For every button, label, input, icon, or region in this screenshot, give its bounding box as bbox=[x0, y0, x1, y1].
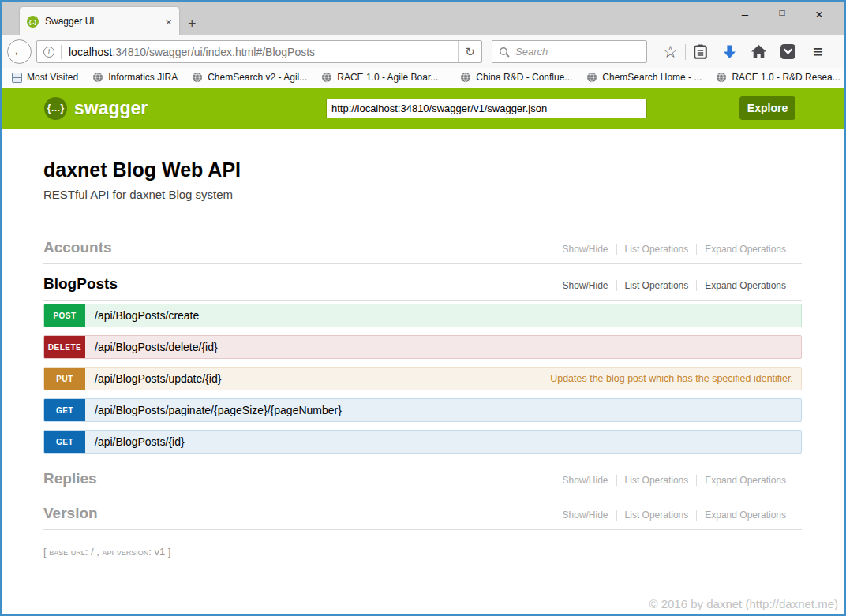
globe-icon bbox=[716, 72, 727, 83]
url-path: :34810/swagger/ui/index.html#/BlogPosts bbox=[112, 46, 315, 58]
home-icon[interactable] bbox=[744, 45, 773, 58]
method-badge: GET bbox=[44, 399, 85, 421]
browser-tab[interactable]: {..} Swagger UI × bbox=[20, 7, 179, 35]
section-name[interactable]: BlogPosts bbox=[43, 275, 118, 293]
section-links: Show/HideList OperationsExpand Operation… bbox=[555, 475, 794, 486]
bookmark-star-icon[interactable]: ☆ bbox=[656, 43, 685, 62]
bookmark-label: ChemSearch v2 - Agil... bbox=[208, 72, 307, 83]
endpoint-row[interactable]: DELETE /api/BlogPosts/delete/{id} bbox=[43, 335, 802, 359]
menu-icon[interactable]: ≡ bbox=[803, 42, 833, 62]
search-icon bbox=[499, 47, 510, 58]
url-bar[interactable]: i localhost:34810/swagger/ui/index.html#… bbox=[36, 40, 482, 63]
api-subtitle: RESTful API for daxnet Blog system bbox=[43, 188, 802, 201]
globe-icon bbox=[92, 72, 103, 83]
list-operations-link[interactable]: List Operations bbox=[616, 244, 697, 255]
section-name[interactable]: Replies bbox=[43, 470, 97, 487]
show-hide-link[interactable]: Show/Hide bbox=[555, 475, 616, 486]
show-hide-link[interactable]: Show/Hide bbox=[555, 244, 616, 255]
tab-close-icon[interactable]: × bbox=[165, 15, 172, 28]
bookmark-label: China R&D - Conflue... bbox=[476, 72, 572, 83]
bookmark-label: Most Visited bbox=[27, 72, 78, 83]
list-operations-link[interactable]: List Operations bbox=[616, 475, 697, 486]
close-button[interactable]: × bbox=[807, 7, 832, 23]
most-visited-icon bbox=[12, 73, 22, 83]
endpoint-path[interactable]: /api/BlogPosts/update/{id} bbox=[95, 372, 221, 385]
endpoint-row[interactable]: PUT /api/BlogPosts/update/{id} Updates t… bbox=[43, 367, 802, 390]
section-links: Show/HideList OperationsExpand Operation… bbox=[555, 280, 794, 291]
tab-title: Swagger UI bbox=[45, 16, 95, 27]
swagger-content: daxnet Blog Web API RESTful API for daxn… bbox=[2, 129, 844, 614]
section-links: Show/HideList OperationsExpand Operation… bbox=[555, 510, 794, 521]
bookmark-label: RACE 1.0 - Agile Boar... bbox=[337, 72, 438, 83]
search-box[interactable] bbox=[492, 40, 647, 63]
url-text[interactable]: localhost:34810/swagger/ui/index.html#/B… bbox=[69, 46, 315, 58]
back-button[interactable]: ← bbox=[7, 39, 32, 64]
endpoint-description: Updates the blog post which has the spec… bbox=[550, 373, 793, 384]
section-replies: Replies Show/HideList OperationsExpand O… bbox=[43, 470, 802, 495]
section-blogposts: BlogPosts Show/HideList OperationsExpand… bbox=[43, 275, 802, 301]
show-hide-link[interactable]: Show/Hide bbox=[555, 510, 616, 521]
bookmarks-clipboard-icon[interactable] bbox=[686, 44, 715, 59]
titlebar: {..} Swagger UI × + – □ × bbox=[2, 2, 844, 35]
minimize-button[interactable]: – bbox=[732, 7, 758, 23]
swagger-header: {…} swagger Explore bbox=[2, 88, 844, 129]
swagger-logo-icon: {…} bbox=[44, 97, 67, 120]
bookmark-item[interactable]: ChemSearch Home - ... bbox=[582, 72, 706, 83]
bookmark-label: RACE 1.0 - R&D Resea... bbox=[732, 72, 840, 83]
method-badge: DELETE bbox=[44, 336, 85, 358]
bookmark-item[interactable]: RACE 1.0 - Agile Boar... bbox=[316, 72, 443, 83]
method-badge: GET bbox=[44, 431, 85, 453]
endpoint-row[interactable]: GET /api/BlogPosts/{id} bbox=[43, 430, 802, 454]
globe-icon bbox=[460, 72, 471, 83]
globe-icon bbox=[192, 72, 203, 83]
section-name[interactable]: Accounts bbox=[43, 239, 112, 256]
maximize-button[interactable]: □ bbox=[769, 7, 795, 23]
new-tab-button[interactable]: + bbox=[188, 17, 197, 31]
expand-operations-link[interactable]: Expand Operations bbox=[696, 244, 794, 255]
show-hide-link[interactable]: Show/Hide bbox=[555, 280, 616, 291]
toolbar-icons: ☆ ≡ bbox=[656, 42, 833, 62]
navigation-toolbar: ← i localhost:34810/swagger/ui/index.htm… bbox=[2, 35, 844, 68]
bookmark-most-visited[interactable]: Most Visited bbox=[7, 72, 83, 83]
globe-icon bbox=[321, 72, 332, 83]
bookmark-item[interactable]: China R&D - Conflue... bbox=[455, 72, 577, 83]
list-operations-link[interactable]: List Operations bbox=[616, 510, 697, 521]
bookmark-item[interactable]: Informatics JIRA bbox=[88, 72, 182, 83]
expand-operations-link[interactable]: Expand Operations bbox=[696, 280, 794, 291]
bookmarks-bar: Most Visited Informatics JIRA ChemSearch… bbox=[2, 68, 844, 87]
copyright-text: © 2016 by daxnet (http://daxnet.me) bbox=[649, 597, 838, 610]
endpoint-path[interactable]: /api/BlogPosts/paginate/{pageSize}/{page… bbox=[95, 404, 342, 416]
api-title: daxnet Blog Web API bbox=[43, 159, 802, 181]
downloads-icon[interactable] bbox=[715, 45, 744, 59]
section-accounts: Accounts Show/HideList OperationsExpand … bbox=[43, 239, 802, 264]
expand-operations-link[interactable]: Expand Operations bbox=[696, 510, 794, 521]
base-url-line: [ base url: / , api version: v1 ] bbox=[43, 546, 802, 558]
swagger-url-input[interactable] bbox=[326, 99, 647, 118]
reload-icon[interactable]: ↻ bbox=[458, 41, 481, 62]
bookmark-item[interactable]: RACE 1.0 - R&D Resea... bbox=[711, 72, 844, 83]
url-divider bbox=[61, 45, 62, 59]
swagger-brand[interactable]: swagger bbox=[74, 98, 148, 119]
search-input[interactable] bbox=[515, 46, 626, 58]
section-version: Version Show/HideList OperationsExpand O… bbox=[43, 505, 802, 530]
section-name[interactable]: Version bbox=[43, 505, 98, 522]
endpoint-row[interactable]: POST /api/BlogPosts/create bbox=[43, 304, 802, 327]
pocket-icon[interactable] bbox=[773, 44, 803, 59]
list-operations-link[interactable]: List Operations bbox=[616, 280, 697, 291]
bookmark-item[interactable]: ChemSearch v2 - Agil... bbox=[187, 72, 312, 83]
method-badge: POST bbox=[44, 304, 85, 327]
globe-icon bbox=[586, 72, 597, 83]
endpoint-path[interactable]: /api/BlogPosts/create bbox=[95, 309, 199, 322]
endpoint-list: POST /api/BlogPosts/create DELETE /api/B… bbox=[43, 304, 802, 461]
explore-button[interactable]: Explore bbox=[739, 96, 795, 120]
bookmark-label: Informatics JIRA bbox=[108, 72, 178, 83]
url-host: localhost bbox=[69, 46, 112, 58]
endpoint-path[interactable]: /api/BlogPosts/{id} bbox=[95, 435, 185, 448]
endpoint-path[interactable]: /api/BlogPosts/delete/{id} bbox=[95, 341, 218, 353]
method-badge: PUT bbox=[44, 368, 85, 390]
endpoint-row[interactable]: GET /api/BlogPosts/paginate/{pageSize}/{… bbox=[43, 398, 802, 422]
browser-window: {..} Swagger UI × + – □ × ← i localhost:… bbox=[0, 0, 846, 616]
api-version: v1 bbox=[154, 546, 165, 558]
site-info-icon[interactable]: i bbox=[43, 47, 54, 58]
expand-operations-link[interactable]: Expand Operations bbox=[696, 475, 794, 486]
